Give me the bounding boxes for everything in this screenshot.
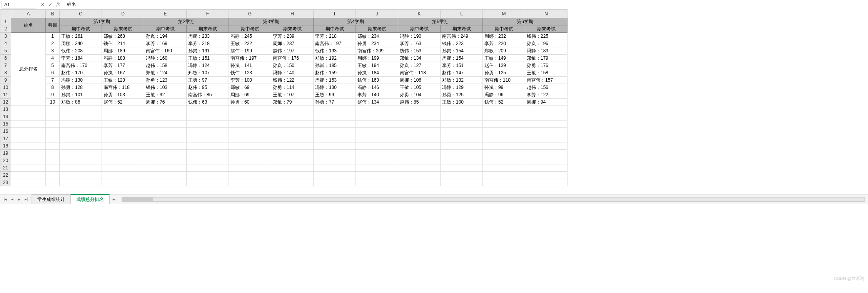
cell-data-r3-c11[interactable]: 郑敏：209	[483, 47, 525, 55]
cell-data-r8-c9[interactable]: 王敏：105	[398, 84, 441, 91]
cell-final-3[interactable]: 期末考试	[271, 25, 314, 33]
cell-empty-r17-c4[interactable]	[102, 135, 144, 142]
cell-empty-r15-c3[interactable]	[60, 121, 102, 128]
cell-empty-r13-c8[interactable]	[271, 106, 314, 113]
row-header-8[interactable]: 8	[0, 69, 11, 77]
cell-empty-r22-c10[interactable]	[356, 172, 398, 179]
row-header-13[interactable]: 13	[0, 106, 11, 113]
cell-data-r1-c12[interactable]: 钱伟：225	[525, 33, 568, 40]
cell-data-r5-c1[interactable]: 南宫伟：170	[60, 62, 102, 69]
cell-empty-r22-c9[interactable]	[314, 172, 356, 179]
cell-empty-r13-c7[interactable]	[229, 106, 271, 113]
cell-empty-r18-c6[interactable]	[187, 142, 229, 150]
cell-empty-r17-c7[interactable]	[229, 135, 271, 142]
cell-data-r3-c3[interactable]: 南宫伟：160	[144, 47, 187, 55]
cell-data-r6-c2[interactable]: 孙岚：167	[102, 69, 144, 77]
cell-empty-r22-c2[interactable]	[46, 172, 60, 179]
cell-data-r10-c6[interactable]: 郑敏：79	[271, 99, 314, 106]
cell-data-r6-c6[interactable]: 冯静：140	[271, 69, 314, 77]
cell-rank-6[interactable]: 6	[46, 69, 60, 77]
row-header-11[interactable]: 11	[0, 91, 11, 99]
cell-data-r2-c12[interactable]: 孙岚：196	[525, 40, 568, 47]
row-header-15[interactable]: 15	[0, 121, 11, 128]
cell-data-r4-c5[interactable]: 南宫伟：197	[229, 55, 271, 62]
cell-data-r4-c11[interactable]: 王敏：149	[483, 55, 525, 62]
cell-rank-5[interactable]: 5	[46, 62, 60, 69]
cell-data-r6-c9[interactable]: 南宫伟：118	[398, 69, 441, 77]
cell-empty-r23-c5[interactable]	[144, 179, 187, 186]
cell-data-r1-c1[interactable]: 王敏：261	[60, 33, 102, 40]
cell-empty-r18-c7[interactable]	[229, 142, 271, 150]
cell-final-5[interactable]: 期末考试	[441, 25, 483, 33]
cell-empty-r18-c14[interactable]	[525, 142, 568, 150]
cell-data-r10-c10[interactable]: 王敏：100	[441, 99, 483, 106]
row-header-1[interactable]: 1	[0, 18, 11, 25]
cell-data-r8-c2[interactable]: 南宫伟：118	[102, 84, 144, 91]
row-header-5[interactable]: 5	[0, 47, 11, 55]
cell-data-r1-c10[interactable]: 南宫伟：249	[441, 33, 483, 40]
col-header-G[interactable]: G	[229, 10, 271, 18]
cell-data-r3-c5[interactable]: 赵伟：199	[229, 47, 271, 55]
cell-empty-r13-c3[interactable]	[60, 106, 102, 113]
cell-data-r1-c3[interactable]: 孙岚：194	[144, 33, 187, 40]
cell-empty-r19-c9[interactable]	[314, 150, 356, 157]
tab-student-stats[interactable]: 学生成绩统计	[32, 194, 71, 204]
cell-data-r2-c10[interactable]: 钱伟：223	[441, 40, 483, 47]
cell-empty-r21-c3[interactable]	[60, 164, 102, 172]
cell-midterm-1[interactable]: 期中考试	[60, 25, 102, 33]
cell-empty-r22-c3[interactable]	[60, 172, 102, 179]
cell-data-r1-c4[interactable]: 周娜：233	[187, 33, 229, 40]
cell-empty-r15-c12[interactable]	[441, 121, 483, 128]
fx-icon[interactable]: fx	[55, 1, 62, 8]
cell-empty-r14-c5[interactable]	[144, 113, 187, 121]
cell-data-r7-c8[interactable]: 钱伟：163	[356, 77, 398, 84]
cell-data-r7-c4[interactable]: 王勇：97	[187, 77, 229, 84]
cell-data-r7-c7[interactable]: 周娜：153	[314, 77, 356, 84]
cell-data-r8-c8[interactable]: 冯静：146	[356, 84, 398, 91]
cell-data-r5-c10[interactable]: 李芳：151	[441, 62, 483, 69]
cell-data-r5-c2[interactable]: 李芳：177	[102, 62, 144, 69]
cell-data-r7-c5[interactable]: 李芳：100	[229, 77, 271, 84]
cell-data-r9-c10[interactable]: 孙勇：125	[441, 91, 483, 99]
cell-data-r3-c7[interactable]: 钱伟：193	[314, 47, 356, 55]
cell-empty-r23-c9[interactable]	[314, 179, 356, 186]
cell-final-4[interactable]: 期末考试	[356, 25, 398, 33]
cell-data-r5-c5[interactable]: 孙岚：141	[229, 62, 271, 69]
cell-empty-r20-c8[interactable]	[271, 157, 314, 164]
cell-empty-r16-c11[interactable]	[398, 128, 441, 135]
cell-empty-r20-c5[interactable]	[144, 157, 187, 164]
cell-data-r9-c2[interactable]: 孙勇：103	[102, 91, 144, 99]
cell-data-r3-c9[interactable]: 钱伟：153	[398, 47, 441, 55]
tab-last-icon[interactable]: ▸|	[23, 196, 29, 203]
cell-reference-input[interactable]	[2, 1, 36, 8]
col-header-F[interactable]: F	[187, 10, 229, 18]
cell-semester-2[interactable]: 第2学期	[144, 18, 229, 25]
cell-data-r2-c11[interactable]: 李芳：220	[483, 40, 525, 47]
cell-empty-r20-c9[interactable]	[314, 157, 356, 164]
cell-data-r4-c4[interactable]: 王敏：151	[187, 55, 229, 62]
cell-rank-1[interactable]: 1	[46, 33, 60, 40]
cell-empty-r14-c10[interactable]	[356, 113, 398, 121]
cell-data-r9-c3[interactable]: 王敏：92	[144, 91, 187, 99]
cell-data-r4-c12[interactable]: 郑敏：179	[525, 55, 568, 62]
cell-data-r7-c2[interactable]: 王敏：123	[102, 77, 144, 84]
cell-empty-r15-c9[interactable]	[314, 121, 356, 128]
cell-empty-r15-c10[interactable]	[356, 121, 398, 128]
horizontal-scrollbar[interactable]	[122, 197, 865, 202]
cell-rank-4[interactable]: 4	[46, 55, 60, 62]
cell-data-r9-c9[interactable]: 孙勇：104	[398, 91, 441, 99]
cell-data-r8-c10[interactable]: 冯静：129	[441, 84, 483, 91]
cell-empty-r18-c1[interactable]	[11, 142, 46, 150]
cell-empty-r15-c5[interactable]	[144, 121, 187, 128]
cell-data-r5-c12[interactable]: 孙勇：176	[525, 62, 568, 69]
cell-empty-r14-c9[interactable]	[314, 113, 356, 121]
cell-empty-r23-c2[interactable]	[46, 179, 60, 186]
cell-data-r2-c7[interactable]: 南宫伟：197	[314, 40, 356, 47]
cell-empty-r23-c12[interactable]	[441, 179, 483, 186]
cell-data-r7-c11[interactable]: 南宫伟：110	[483, 77, 525, 84]
col-header-K[interactable]: K	[398, 10, 441, 18]
cell-data-r10-c11[interactable]: 钱伟：52	[483, 99, 525, 106]
cell-data-r3-c2[interactable]: 周娜：189	[102, 47, 144, 55]
cell-data-r6-c7[interactable]: 赵伟：159	[314, 69, 356, 77]
cell-empty-r17-c12[interactable]	[441, 135, 483, 142]
